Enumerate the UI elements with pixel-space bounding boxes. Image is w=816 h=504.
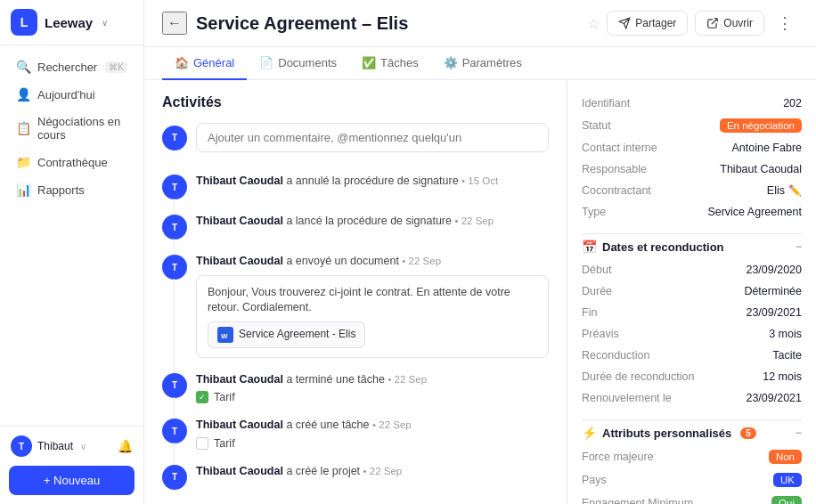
contrathèque-icon: 📁 xyxy=(16,155,30,169)
message-text: Bonjour, Vous trouverez ci-joint le cont… xyxy=(208,286,510,314)
header-actions: ☆ Partager Ouvrir ⋮ xyxy=(587,11,798,36)
content-area: Activités T T Thibaut Caoudal a annulé l… xyxy=(144,80,816,504)
sidebar-item-today[interactable]: 👤 Aujourd'hui xyxy=(5,81,138,108)
activity-action: a envoyé un document xyxy=(286,255,402,267)
edit-link-icon[interactable]: ✏️ xyxy=(788,184,802,197)
sidebar-footer: T Thibaut ∨ 🔔 xyxy=(0,426,143,466)
rapports-icon: 📊 xyxy=(16,183,30,197)
field-label: Type xyxy=(582,206,606,218)
share-button[interactable]: Partager xyxy=(607,11,688,36)
avatar: T xyxy=(162,419,187,443)
more-options-button[interactable]: ⋮ xyxy=(771,12,798,35)
back-button[interactable]: ← xyxy=(162,12,187,35)
main-content: ← Service Agreement – Elis ☆ Partager Ou… xyxy=(144,0,816,504)
activity-date: • 22 Sep xyxy=(388,374,427,385)
today-icon: 👤 xyxy=(16,87,30,102)
avatar: T xyxy=(162,215,187,240)
sidebar-item-negotiations[interactable]: 📋 Négociations en cours xyxy=(5,109,138,148)
collapse-icon: − xyxy=(796,240,802,253)
field-label: Identifiant xyxy=(582,97,630,110)
activity-date: • 22 Sep xyxy=(363,466,403,476)
activity-content: Thibaut Caoudal a créé une tâche • 22 Se… xyxy=(196,418,549,450)
activity-feed: Activités T T Thibaut Caoudal a annulé l… xyxy=(144,80,567,504)
avatar: T xyxy=(162,255,187,280)
custom-section-header[interactable]: ⚡ Attributs personnalisés 5 − xyxy=(582,419,802,445)
notification-bell-icon[interactable]: 🔔 xyxy=(118,439,133,453)
field-value: 12 mois xyxy=(763,370,802,383)
user-info[interactable]: T Thibaut ∨ xyxy=(11,435,86,457)
page-title: Service Agreement – Elis xyxy=(196,13,578,34)
task-item: ✓ Tarif xyxy=(196,391,549,403)
info-panel: Identifiant 202 Statut En négociation Co… xyxy=(567,80,816,504)
sidebar-item-label: Rapports xyxy=(37,183,85,197)
activity-content: Thibaut Caoudal a terminé une tâche • 22… xyxy=(196,372,549,404)
dates-section-title: Dates et reconduction xyxy=(602,240,724,254)
dates-section-header[interactable]: 📅 Dates et reconduction − xyxy=(582,233,802,259)
sidebar-item-search[interactable]: 🔍 Rechercher ⌘K xyxy=(5,53,138,80)
tab-general[interactable]: 🏠 Général xyxy=(162,47,247,80)
field-label: Contact interne xyxy=(582,142,657,154)
activity-date: • 22 Sep xyxy=(454,215,494,226)
taches-tab-icon: ✅ xyxy=(362,56,376,69)
comment-input[interactable] xyxy=(196,123,549,152)
field-label: Renouvelement le xyxy=(582,392,672,404)
tab-documents[interactable]: 📄 Documents xyxy=(247,47,349,80)
task-label: Tarif xyxy=(214,437,235,450)
info-row-pays: Pays UK xyxy=(582,468,802,492)
info-row-statut: Statut En négociation xyxy=(582,114,802,137)
activity-author: Thibaut Caoudal xyxy=(196,419,283,431)
general-tab-icon: 🏠 xyxy=(175,56,189,69)
field-value: Tacite xyxy=(772,349,802,362)
star-button[interactable]: ☆ xyxy=(587,15,600,32)
avatar: T xyxy=(162,465,187,490)
activity-action: a créé une tâche xyxy=(286,419,372,431)
tab-parametres[interactable]: ⚙️ Paramètres xyxy=(431,47,534,80)
field-value: 202 xyxy=(783,97,802,110)
field-label: Début xyxy=(582,264,611,276)
field-label: Fin xyxy=(582,306,597,319)
document-attachment[interactable]: W Service Agreement - Elis xyxy=(208,321,365,348)
tab-taches[interactable]: ✅ Tâches xyxy=(349,47,431,80)
sidebar-item-rapports[interactable]: 📊 Rapports xyxy=(5,176,138,203)
sidebar-item-contrathèque[interactable]: 📁 Contrathèque xyxy=(5,149,138,175)
field-value: 3 mois xyxy=(769,328,802,340)
activity-content: Thibaut Caoudal a lancé la procédure de … xyxy=(196,214,549,230)
field-label: Engagement Minimum xyxy=(582,497,693,504)
open-icon xyxy=(706,17,719,29)
open-button[interactable]: Ouvrir xyxy=(695,11,764,36)
field-value: Déterminée xyxy=(744,285,802,297)
field-label: Force majeure xyxy=(582,451,654,463)
negotiations-icon: 📋 xyxy=(16,121,30,135)
list-item: T Thibaut Caoudal a créé le projet • 22 … xyxy=(162,457,549,497)
activity-content: Thibaut Caoudal a envoyé un document • 2… xyxy=(196,254,549,358)
app-logo[interactable]: L Leeway ∨ xyxy=(0,0,143,45)
activity-title: Activités xyxy=(162,94,549,110)
user-name: Thibaut xyxy=(37,440,73,452)
activity-author: Thibaut Caoudal xyxy=(196,255,283,267)
sidebar-item-label: Contrathèque xyxy=(37,156,108,169)
search-icon: 🔍 xyxy=(16,60,30,74)
field-value: Thibaut Caoudal xyxy=(720,163,802,175)
app-name: Leeway xyxy=(45,15,93,30)
field-value: Elis xyxy=(767,184,785,197)
attribute-count: 5 xyxy=(740,427,756,439)
info-row-preavis: Préavis 3 mois xyxy=(582,323,802,345)
sidebar-item-label: Aujourd'hui xyxy=(37,88,95,102)
info-row-identifiant: Identifiant 202 xyxy=(582,93,802,114)
collapse-icon: − xyxy=(796,427,802,439)
activity-author: Thibaut Caoudal xyxy=(196,175,283,187)
info-row-force-majeure: Force majeure Non xyxy=(582,445,802,468)
attachment-name: Service Agreement - Elis xyxy=(239,327,355,342)
info-row-duree: Durée Déterminée xyxy=(582,280,802,302)
activity-content: Thibaut Caoudal a créé le projet • 22 Se… xyxy=(196,464,549,480)
page-header: ← Service Agreement – Elis ☆ Partager Ou… xyxy=(144,0,816,47)
parametres-tab-icon: ⚙️ xyxy=(444,56,458,69)
new-button[interactable]: + Nouveau xyxy=(9,466,135,495)
custom-attributes-section: ⚡ Attributs personnalisés 5 − Force maje… xyxy=(582,419,802,504)
field-label: Responsable xyxy=(582,163,647,175)
task-item: Tarif xyxy=(196,437,549,450)
info-row-engagement: Engagement Minimum Oui xyxy=(582,492,802,504)
field-value: 23/09/2021 xyxy=(746,392,802,404)
activity-action: a créé le projet xyxy=(286,465,363,477)
app-chevron-icon: ∨ xyxy=(102,18,108,28)
